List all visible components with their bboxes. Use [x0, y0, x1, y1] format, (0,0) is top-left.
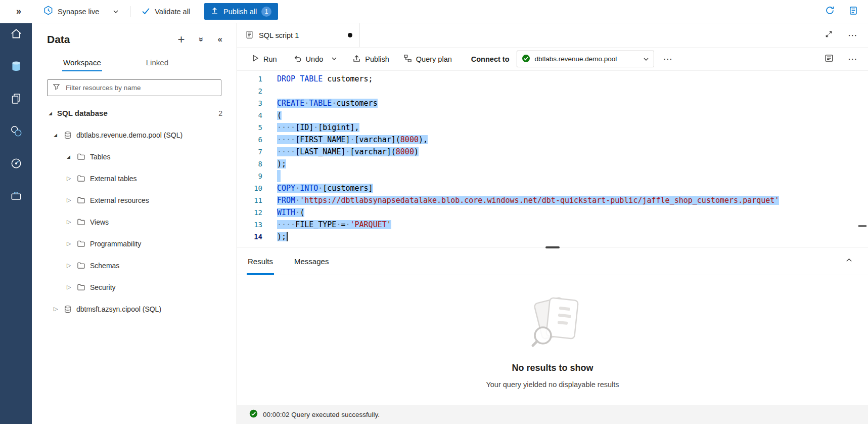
add-resource-button[interactable]: + — [177, 32, 186, 47]
line-code[interactable]: ); — [277, 231, 288, 243]
editor-line-12[interactable]: 12WITH·( — [237, 206, 868, 219]
branch-selector[interactable]: Synapse live — [43, 6, 119, 17]
tree-item-dbtlabs-revenue-demo-pool-sql[interactable]: ◢dbtlabs.revenue.demo.pool (SQL) — [32, 124, 237, 146]
tree-item-programmability[interactable]: ▷Programmability — [32, 233, 237, 255]
line-code[interactable]: WITH·( — [277, 206, 304, 219]
rail-item-manage[interactable] — [8, 188, 25, 205]
sidebar-tab-workspace[interactable]: Workspace — [62, 54, 102, 71]
code-editor[interactable]: 1DROP TABLE customers;23CREATE·TABLE·cus… — [237, 71, 868, 247]
line-code[interactable]: ····[LAST_NAME]·[varchar](8000) — [277, 146, 419, 158]
line-code[interactable]: DROP TABLE customers; — [277, 73, 373, 85]
selection-highlight: ····FILE_TYPE·=·'PARQUET' — [277, 220, 391, 229]
publish-all-button[interactable]: Publish all 1 — [204, 3, 278, 20]
editor-line-10[interactable]: 10COPY·INTO·[customers] — [237, 182, 868, 194]
line-code[interactable]: COPY·INTO·[customers] — [277, 182, 373, 194]
line-number: 4 — [237, 109, 262, 121]
tree-item-label: External resources — [90, 196, 149, 204]
publish-all-label: Publish all — [223, 8, 257, 16]
sql-script-icon — [245, 30, 254, 40]
editor-line-1[interactable]: 1DROP TABLE customers; — [237, 73, 868, 85]
tree-item-schemas[interactable]: ▷Schemas — [32, 255, 237, 276]
editor-line-13[interactable]: 13····FILE_TYPE·=·'PARQUET' — [237, 219, 868, 231]
toolbar-overflow-button[interactable]: ⋯ — [847, 52, 859, 66]
refresh-button[interactable] — [824, 5, 836, 18]
home-icon — [10, 27, 23, 43]
selection-highlight: WITH·( — [277, 208, 304, 217]
undo-dropdown-button[interactable] — [327, 52, 341, 66]
editor-line-9[interactable]: 9 — [237, 170, 868, 182]
rail-item-develop[interactable] — [8, 91, 25, 108]
chevron-collapsed-icon[interactable]: ▷ — [67, 197, 75, 203]
validate-all-button[interactable]: Validate all — [142, 7, 190, 17]
scrollbar-marker[interactable] — [858, 225, 866, 227]
line-number: 10 — [237, 182, 262, 194]
rail-item-home[interactable] — [8, 26, 25, 44]
chevron-collapsed-icon[interactable]: ▷ — [54, 306, 62, 312]
line-code[interactable]: CREATE·TABLE·customers — [277, 97, 378, 109]
line-code[interactable]: ····[ID]·[bigint], — [277, 121, 359, 134]
editor-line-3[interactable]: 3CREATE·TABLE·customers — [237, 97, 868, 109]
properties-button[interactable] — [824, 53, 835, 65]
line-code[interactable]: ( — [277, 109, 282, 121]
line-code[interactable]: FROM·'https://dbtlabsynapsedatalake.blob… — [277, 194, 779, 206]
rail-item-integrate[interactable] — [8, 123, 25, 141]
chevron-expanded-icon[interactable]: ◢ — [54, 133, 62, 138]
undo-icon — [293, 54, 302, 64]
pool-select[interactable]: dbtlabs.revenue.demo.pool — [517, 51, 654, 67]
chevron-expanded-icon[interactable]: ◢ — [49, 111, 57, 116]
database-icon — [64, 305, 72, 313]
tree-item-external-resources[interactable]: ▷External resources — [32, 189, 237, 211]
results-tab-results[interactable]: Results — [243, 248, 278, 275]
collapse-panel-button[interactable]: « — [217, 33, 223, 46]
selection-highlight: FROM·'https://dbtlabsynapsedatalake.blob… — [277, 196, 779, 205]
editor-line-4[interactable]: 4( — [237, 109, 868, 121]
tabbar-actions: ⋯ — [824, 23, 868, 47]
panel-splitter-handle[interactable] — [545, 246, 560, 248]
collapse-results-button[interactable] — [844, 248, 854, 275]
chevron-expanded-icon[interactable]: ◢ — [67, 154, 75, 159]
toolbar-more-button[interactable]: ⋯ — [663, 53, 673, 65]
chevron-collapsed-icon[interactable]: ▷ — [67, 219, 75, 225]
tree-item-dbtmsft-azsyn-cipool-sql[interactable]: ▷dbtmsft.azsyn.cipool (SQL) — [32, 298, 237, 320]
collapse-all-button[interactable]: » — [198, 34, 205, 45]
rail-item-data[interactable] — [8, 59, 25, 76]
tree-item-tables[interactable]: ◢Tables — [32, 146, 237, 167]
expand-editor-button[interactable] — [824, 29, 834, 41]
chevron-collapsed-icon[interactable]: ▷ — [67, 284, 75, 290]
rail-item-monitor[interactable] — [8, 156, 25, 173]
tree-item-views[interactable]: ▷Views — [32, 211, 237, 233]
chevron-collapsed-icon[interactable]: ▷ — [67, 175, 75, 182]
line-code[interactable] — [277, 170, 281, 182]
release-notes-button[interactable] — [848, 5, 859, 18]
run-button[interactable]: Run — [247, 51, 281, 67]
chevron-collapsed-icon[interactable]: ▷ — [67, 262, 75, 269]
editor-line-7[interactable]: 7····[LAST_NAME]·[varchar](8000) — [237, 146, 868, 158]
tree-item-external-tables[interactable]: ▷External tables — [32, 167, 237, 189]
editor-line-2[interactable]: 2 — [237, 85, 868, 97]
results-tab-messages[interactable]: Messages — [289, 248, 334, 275]
tab-sql-script-1[interactable]: SQL script 1 — [237, 23, 360, 47]
editor-line-11[interactable]: 11FROM·'https://dbtlabsynapsedatalake.bl… — [237, 194, 868, 206]
line-code[interactable]: ····[FIRST_NAME]·[varchar](8000), — [277, 134, 428, 146]
line-code[interactable]: ····FILE_TYPE·=·'PARQUET' — [277, 219, 391, 231]
line-code[interactable]: ); — [277, 158, 286, 170]
panel-actions: + » « — [177, 32, 223, 47]
publish-button[interactable]: Publish — [348, 51, 393, 67]
editor-line-14[interactable]: 14); — [237, 231, 868, 243]
text-cursor — [287, 232, 288, 241]
editor-line-8[interactable]: 8); — [237, 158, 868, 170]
editor-line-6[interactable]: 6····[FIRST_NAME]·[varchar](8000), — [237, 134, 868, 146]
editor-line-5[interactable]: 5····[ID]·[bigint], — [237, 121, 868, 134]
manage-icon — [10, 189, 23, 204]
tab-more-button[interactable]: ⋯ — [847, 28, 859, 42]
sidebar-tab-linked[interactable]: Linked — [145, 54, 169, 71]
tree-item-sql-database[interactable]: ◢SQL database2 — [32, 102, 237, 124]
toolbar-right-actions: ⋯ — [824, 52, 868, 66]
undo-button[interactable]: Undo — [289, 51, 328, 67]
tree-item-security[interactable]: ▷Security — [32, 276, 237, 298]
filter-input[interactable] — [65, 83, 216, 92]
chevron-collapsed-icon[interactable]: ▷ — [67, 240, 75, 247]
double-chevron-right-icon: » — [16, 6, 21, 17]
query-plan-button[interactable]: Query plan — [399, 51, 456, 67]
breadcrumb-expand-button[interactable]: » — [15, 5, 22, 18]
